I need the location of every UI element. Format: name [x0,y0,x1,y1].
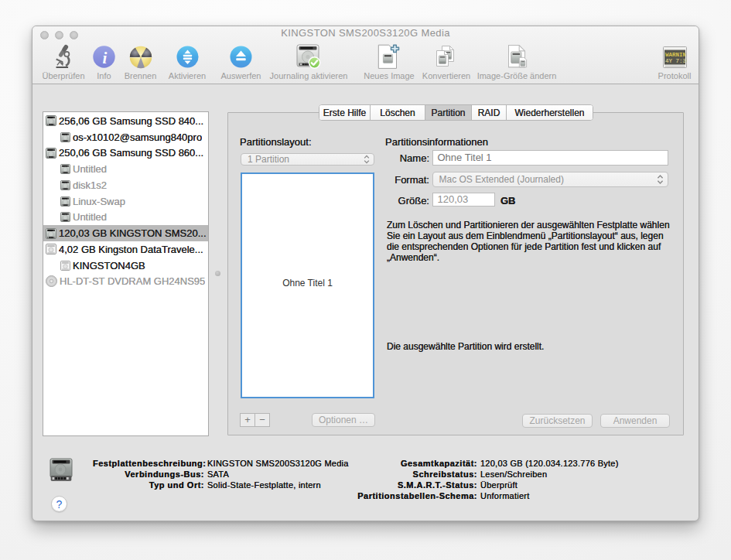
svg-text:4Y 7:36: 4Y 7:36 [665,58,687,64]
svg-text:i: i [103,49,108,67]
svg-text:WARNIN: WARNIN [665,51,686,57]
